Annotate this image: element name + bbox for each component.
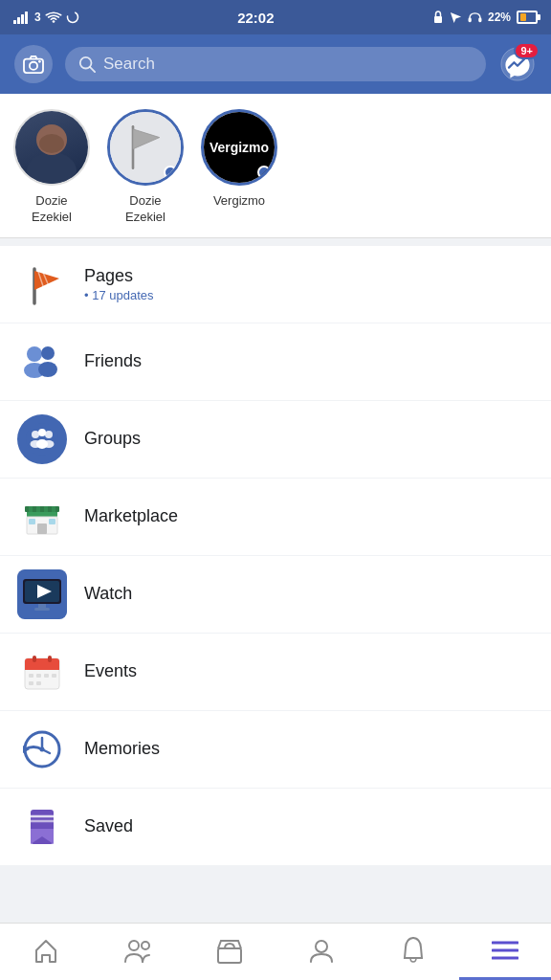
groups-icon [17,414,67,464]
svg-point-15 [39,134,64,153]
svg-rect-47 [38,604,46,608]
menu-item-groups[interactable]: Groups [0,401,551,479]
svg-point-24 [41,346,55,360]
saved-text: Saved [84,816,534,836]
pages-text: Pages • 17 updates [84,266,534,302]
events-text: Events [84,661,534,681]
memories-text: Memories [84,739,534,759]
bottom-nav [0,923,551,980]
story-item[interactable]: Vergizmo Vergizmo [201,109,277,226]
svg-point-31 [38,429,46,436]
menu-item-events[interactable]: Events [0,634,551,711]
svg-point-9 [30,62,37,70]
svg-point-32 [36,439,48,449]
search-placeholder: Search [103,55,155,74]
nav-home[interactable] [0,924,92,980]
friends-icon [17,337,67,387]
story-avatar-2 [107,109,184,186]
svg-rect-56 [44,674,49,678]
svg-rect-54 [29,674,33,678]
svg-rect-48 [34,608,50,611]
svg-rect-36 [36,506,40,512]
camera-button[interactable] [13,44,54,84]
saved-icon [17,802,67,852]
svg-rect-0 [13,20,16,24]
network-type: 3 [34,11,41,24]
svg-point-10 [38,60,41,63]
nav-marketplace[interactable] [184,924,276,980]
status-icons: 22% [432,11,538,24]
story-item[interactable]: DozieEzekiel [13,109,90,226]
marketplace-label: Marketplace [84,506,534,526]
saved-label: Saved [84,816,534,836]
menu-item-marketplace[interactable]: Marketplace [0,479,551,556]
svg-rect-1 [17,17,20,24]
svg-point-29 [45,431,53,438]
menu-item-memories[interactable]: Memories [0,711,551,789]
svg-rect-37 [44,506,48,512]
svg-marker-17 [133,129,160,149]
watch-text: Watch [84,584,534,604]
svg-point-70 [142,942,149,949]
battery-percent: 22% [488,11,511,24]
events-icon [17,647,67,697]
story-avatar-1 [13,109,90,186]
svg-rect-38 [52,506,55,512]
battery-icon [517,11,538,24]
nav-menu[interactable] [459,924,551,980]
svg-rect-41 [29,519,35,524]
svg-rect-3 [25,11,28,24]
svg-point-27 [32,431,39,438]
memories-label: Memories [84,739,534,759]
nav-friends[interactable] [92,924,184,980]
svg-point-25 [38,362,57,377]
svg-rect-71 [218,948,241,963]
svg-rect-53 [48,656,52,662]
header: Search 9+ [0,34,551,94]
story-name-3: Vergizmo [213,193,265,210]
svg-point-73 [316,941,327,952]
marketplace-text: Marketplace [84,506,534,526]
story-name-2: DozieEzekiel [125,193,165,226]
friends-label: Friends [84,351,534,371]
nav-profile[interactable] [276,924,367,980]
svg-point-69 [129,941,139,950]
menu-item-pages[interactable]: Pages • 17 updates [0,246,551,323]
svg-point-13 [27,152,77,184]
svg-rect-51 [25,666,59,670]
svg-rect-7 [478,17,481,22]
svg-rect-40 [37,523,47,534]
groups-label: Groups [84,429,534,449]
stories-section: DozieEzekiel DozieEzekiel Vergizmo Vergi… [0,94,551,238]
svg-rect-5 [434,16,442,23]
svg-point-64 [40,746,45,751]
menu-item-saved[interactable]: Saved [0,789,551,866]
menu-item-friends[interactable]: Friends [0,323,551,401]
svg-rect-6 [469,17,472,22]
story-name-1: DozieEzekiel [32,193,72,226]
pages-icon [17,259,67,309]
nav-notifications[interactable] [367,924,459,980]
svg-rect-59 [36,681,41,685]
svg-rect-35 [29,506,33,512]
svg-rect-2 [21,14,24,24]
watch-label: Watch [84,584,534,604]
search-bar[interactable]: Search [65,47,486,81]
svg-rect-58 [29,681,33,685]
menu-list: Pages • 17 updates Friends [0,246,551,866]
status-bar: 3 22:02 22% [0,0,551,34]
events-label: Events [84,661,534,681]
menu-item-watch[interactable]: Watch [0,556,551,634]
svg-point-4 [67,12,77,23]
friends-text: Friends [84,351,534,371]
messenger-badge: 9+ [514,42,540,59]
marketplace-icon [17,492,67,542]
story-item[interactable]: DozieEzekiel [107,109,184,226]
pages-label: Pages [84,266,534,286]
memories-icon [17,724,67,774]
status-signal: 3 [13,11,79,24]
svg-rect-52 [33,656,36,662]
groups-text: Groups [84,429,534,449]
story-avatar-3: Vergizmo [201,109,277,186]
messenger-button[interactable]: 9+ [497,44,538,84]
